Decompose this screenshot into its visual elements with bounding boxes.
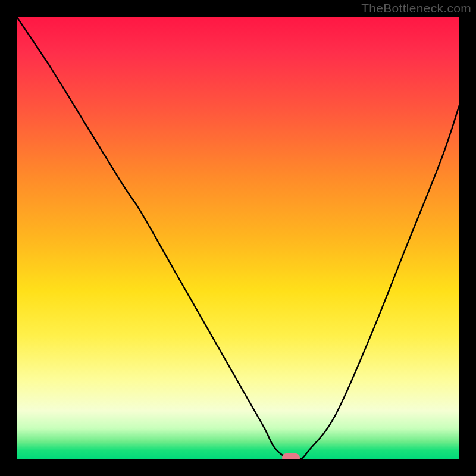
plot-area bbox=[17, 17, 459, 459]
watermark-text: TheBottleneck.com bbox=[361, 1, 471, 15]
bottleneck-curve bbox=[17, 17, 459, 459]
optimal-marker bbox=[282, 453, 300, 459]
chart-frame: TheBottleneck.com bbox=[0, 0, 476, 476]
